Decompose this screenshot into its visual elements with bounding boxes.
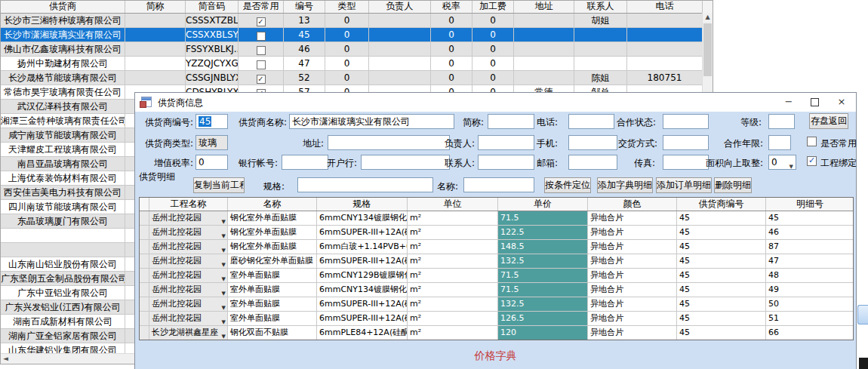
grid-cell[interactable]: 异地合片 [588,297,677,312]
manager-input[interactable] [478,135,534,150]
unit-price-cell[interactable]: 132.5 [498,254,588,269]
column-header[interactable]: 简称 [125,1,186,13]
grid-cell[interactable]: 异地合片 [588,269,677,283]
grid-cell[interactable]: 异地合片 [588,326,677,340]
delete-detail-button[interactable]: 删除明细 [714,177,752,193]
scroll-up-icon[interactable]: ▲ [703,13,713,23]
supplier-row[interactable]: 长沙市三湘特种玻璃有限公司CSSSXTZBL...✓13000胡姐 [1,14,713,28]
grid-cell[interactable]: m² [408,283,498,297]
column-header[interactable]: 税率 [431,1,472,13]
grid-cell[interactable]: 室外单面贴膜 [228,269,317,283]
row-header-cell[interactable] [140,312,149,326]
row-header-cell[interactable] [140,297,149,312]
grid-cell[interactable]: 47 [766,254,854,269]
grid-cell[interactable]: 6mmCNY129B镀膜钢化 [317,269,408,283]
minimize-button[interactable]: − [776,93,802,112]
project-combo-cell[interactable]: 岳州北控花园▼ [149,240,228,254]
unit-price-cell[interactable]: 126.5 [498,312,588,326]
grid-cell[interactable]: 异地合片 [588,226,677,240]
grid-column-header[interactable]: 明细号 [766,198,854,211]
grid-cell[interactable]: 6mmSUPER-III+12A(硅... [317,254,408,269]
grid-cell[interactable]: 87 [766,240,854,254]
vertical-scrollbar-thumb[interactable] [703,23,712,76]
add-dict-detail-button[interactable]: 添加字典明细 [597,177,653,193]
unit-price-cell[interactable]: 71.5 [498,283,588,297]
column-header[interactable]: 简音码 [186,1,239,13]
project-combo-cell[interactable]: 长沙龙湖祺鑫星座▼ [149,326,228,340]
row-header-cell[interactable] [140,240,149,254]
grid-cell[interactable]: 异地合片 [588,211,677,226]
scroll-left-icon[interactable]: ◄ [1,354,11,364]
grid-cell[interactable]: 49 [766,283,854,297]
grid-cell[interactable]: 钢化室外单面贴膜 [228,240,317,254]
area-round-up-combobox[interactable]: 0▼ [768,155,796,170]
grid-cell[interactable]: m² [408,240,498,254]
grid-cell[interactable]: 51 [766,312,854,326]
is-common-checkbox[interactable] [807,137,817,146]
supplier-row[interactable]: 长沙市潇湘玻璃实业有限公司CSSXXBLSY...45000 [1,28,713,42]
grid-column-header[interactable]: 颜色 [588,198,677,211]
row-header-cell[interactable] [140,254,149,269]
coop-status-input[interactable] [663,114,709,129]
grid-cell[interactable]: 45 [677,283,766,297]
supplier-type-input[interactable]: 玻璃 [195,135,228,150]
row-header-cell[interactable] [140,283,149,297]
grid-column-header[interactable]: 工程名称 [149,198,228,211]
grid-cell[interactable]: 异地合片 [588,312,677,326]
project-combo-cell[interactable]: 岳州北控花园▼ [149,283,228,297]
column-header[interactable]: 供货商 [1,1,125,13]
contact-input[interactable] [478,155,534,170]
mobile-input[interactable] [568,135,617,150]
common-use-checkbox[interactable] [257,46,266,55]
grid-cell[interactable]: 室外单面贴膜 [228,283,317,297]
fax-input[interactable] [663,155,709,170]
bank-name-input[interactable] [361,155,450,170]
grid-cell[interactable]: 6mmCNY134镀膜钢化 [317,211,408,226]
unit-price-cell[interactable]: 122.5 [498,226,588,240]
grid-cell[interactable]: 钢化室外单面贴膜 [228,211,317,226]
grid-cell[interactable]: 50 [766,297,854,312]
maximize-button[interactable] [802,93,827,112]
grid-column-header[interactable]: 单位 [408,198,498,211]
grid-cell[interactable]: m² [408,269,498,283]
copy-project-button[interactable]: 复制当前工程 [193,177,245,193]
grid-cell[interactable]: 45 [677,226,766,240]
grid-cell[interactable]: m² [408,211,498,226]
common-use-checkbox[interactable]: ✓ [257,75,266,84]
address-input[interactable] [328,135,450,150]
grid-column-header[interactable]: 规格 [317,198,408,211]
grid-cell[interactable]: 45 [766,211,854,226]
unit-price-cell[interactable]: 120 [498,326,588,340]
supplier-row[interactable]: 佛山市亿鑫玻璃科技有限公司FSSYXBLKJ...46000 [1,42,713,57]
spec-filter-input[interactable] [297,177,433,192]
row-header-cell[interactable] [140,211,149,226]
grid-column-header[interactable]: 单价 [498,198,588,211]
grid-cell[interactable]: 66 [766,326,854,340]
detail-grid-row[interactable]: 岳州北控花园▼室外单面贴膜6mmSUPER-III+12A(硅...m²126.… [140,312,853,326]
grid-cell[interactable]: 45 [677,312,766,326]
supplier-id-input[interactable]: 45 [195,114,228,129]
unit-price-cell[interactable]: 71.5 [498,269,588,283]
short-name-input[interactable] [488,114,534,129]
name-filter-input[interactable] [463,177,534,192]
bank-account-input[interactable] [282,155,328,170]
grid-cell[interactable]: 45 [677,269,766,283]
column-header[interactable]: 电话 [627,1,703,13]
row-header-cell[interactable] [140,269,149,283]
grid-cell[interactable]: m² [408,226,498,240]
column-header[interactable]: 是否常用 [239,1,284,13]
detail-grid-row[interactable]: 岳州北控花园▼室外单面贴膜6mmCNY134镀膜钢化m²71.5异地合片4549 [140,283,853,297]
detail-grid-row[interactable]: 岳州北控花园▼室外单面贴膜6mmCNY129B镀膜钢化m²71.5异地合片454… [140,269,853,283]
column-header[interactable]: 地址 [514,1,574,13]
project-combo-cell[interactable]: 岳州北控花园▼ [149,297,228,312]
vat-rate-input[interactable]: 0 [195,155,228,170]
grid-cell[interactable]: m² [408,297,498,312]
grid-cell[interactable]: 室外单面贴膜 [228,312,317,326]
detail-grid-row[interactable]: 岳州北控花园▼室外单面贴膜6mmSUPER-III+12A(硅...m²132.… [140,297,853,312]
unit-price-cell[interactable]: 148.5 [498,240,588,254]
add-order-detail-button[interactable]: 添加订单明细 [656,177,712,193]
grid-cell[interactable]: m² [408,326,498,340]
grid-cell[interactable]: 45 [677,326,766,340]
row-header-cell[interactable] [140,226,149,240]
grid-column-header[interactable]: 供货商编号 [677,198,766,211]
